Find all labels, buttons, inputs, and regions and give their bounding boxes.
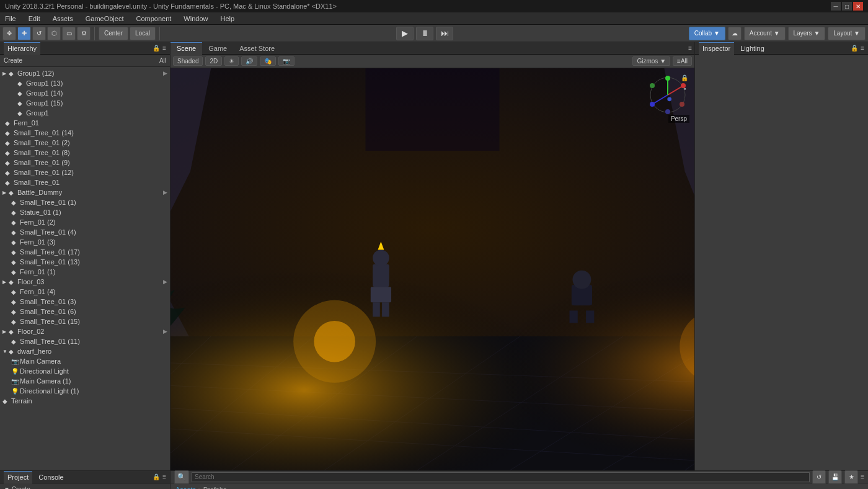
minimize-button[interactable]: ─ (831, 2, 841, 11)
list-item[interactable]: ◆ Fern_01 (1) (0, 267, 170, 277)
hierarchy-menu[interactable]: ≡ (162, 45, 166, 52)
list-item[interactable]: ◆ Fern_01 (2) (0, 217, 170, 227)
list-item[interactable]: ◆ Small_Tree_01 (3) (0, 297, 170, 307)
breadcrumb-assets[interactable]: Assets (175, 486, 196, 490)
menu-gameobject[interactable]: GameObject (83, 15, 126, 22)
account-button[interactable]: Account ▼ (744, 27, 786, 40)
list-item[interactable]: ◆ Fern_01 (0, 118, 170, 128)
scene-camera-menu[interactable]: 📷 (278, 56, 294, 66)
list-item[interactable]: ◆ Group1 (14) (0, 88, 170, 98)
list-item[interactable]: ◆ Small_Tree_01 (2) (0, 138, 170, 148)
hierarchy-create-btn[interactable]: Create (4, 57, 22, 64)
tab-asset-store[interactable]: Asset Store (233, 42, 281, 55)
inspector-lock[interactable]: 🔒 (851, 45, 858, 52)
cloud-button[interactable]: ☁ (728, 27, 742, 40)
list-item[interactable]: ◆ Small_Tree_01 (0, 177, 170, 187)
project-create-btn[interactable]: ▼ Create (4, 486, 30, 489)
list-item[interactable]: ◆ Small_Tree_01 (1) (0, 197, 170, 207)
project-menu[interactable]: ≡ (162, 473, 166, 480)
list-item[interactable]: 📷 Main Camera (1) (0, 376, 170, 386)
scene-toolbar: Shaded 2D ☀ 🔊 🎭 📷 Gizmos ▼ ≡All (170, 55, 694, 68)
tab-game[interactable]: Game (202, 42, 233, 55)
list-item[interactable]: ◆ Group1 (15) (0, 98, 170, 108)
scene-all-label[interactable]: ≡All (673, 56, 692, 66)
list-item[interactable]: 💡 Directional Light (0, 366, 170, 376)
menu-component[interactable]: Component (133, 15, 174, 22)
list-item[interactable]: ▶◆ Battle_Dummy▶ (0, 187, 170, 197)
scale-tool[interactable]: ⬡ (47, 27, 61, 40)
close-button[interactable]: ✕ (853, 2, 863, 11)
list-item[interactable]: ◆ Small_Tree_01 (13) (0, 257, 170, 267)
list-item[interactable]: ◆ Small_Tree_01 (6) (0, 307, 170, 316)
scene-panel-menu[interactable]: ≡ (686, 45, 694, 52)
pivot-local-button[interactable]: Local (130, 27, 156, 40)
menu-window[interactable]: Window (181, 15, 210, 22)
tab-console[interactable]: Console (35, 471, 67, 483)
gizmos-btn[interactable]: Gizmos ▼ (632, 56, 670, 66)
list-item[interactable]: ▶◆ Floor_03▶ (0, 277, 170, 287)
search-icon[interactable]: 🔍 (174, 470, 189, 484)
project-header: Project Console 🔒 ≡ (0, 471, 170, 483)
audio-toggle[interactable]: 🔊 (241, 56, 257, 66)
assets-save[interactable]: 💾 (828, 470, 842, 484)
assets-refresh[interactable]: ↺ (812, 470, 826, 484)
tab-lighting[interactable]: Lighting (737, 42, 768, 55)
tab-scene[interactable]: Scene (170, 42, 202, 55)
transform-tool[interactable]: ⚙ (77, 27, 91, 40)
assets-search-input[interactable] (192, 472, 810, 482)
list-item[interactable]: ◆ Fern_01 (4) (0, 287, 170, 297)
project-lock[interactable]: 🔒 (153, 473, 160, 480)
breadcrumb-prefabs[interactable]: Prefabs (203, 486, 227, 490)
hand-tool[interactable]: ✥ (2, 27, 16, 40)
pause-button[interactable]: ⏸ (416, 27, 433, 40)
scene-viewport[interactable]: 🔒 Persp (170, 68, 694, 470)
list-item[interactable]: ▶◆ Group1 (12)▶ (0, 68, 170, 78)
play-button[interactable]: ▶ (396, 27, 414, 40)
list-item[interactable]: ◆ Terrain (0, 396, 170, 406)
list-item[interactable]: ◆ Group1 (0, 108, 170, 118)
move-tool[interactable]: ✚ (17, 27, 31, 40)
list-item[interactable]: ◆ Small_Tree_01 (17) (0, 247, 170, 257)
list-item[interactable]: ◆ Small_Tree_01 (8) (0, 148, 170, 158)
svg-rect-28 (373, 264, 389, 287)
hierarchy-lock[interactable]: 🔒 (153, 45, 160, 52)
list-item[interactable]: ◆ Small_Tree_01 (9) (0, 158, 170, 168)
menu-assets[interactable]: Assets (50, 15, 76, 22)
2d-mode[interactable]: 2D (205, 56, 222, 66)
rotate-tool[interactable]: ↺ (32, 27, 46, 40)
assets-panel-menu[interactable]: ≡ (861, 473, 864, 480)
maximize-button[interactable]: □ (842, 2, 852, 11)
step-button[interactable]: ⏭ (436, 27, 453, 40)
fx-toggle[interactable]: 🎭 (260, 56, 276, 66)
list-item[interactable]: 💡 Directional Light (1) (0, 386, 170, 396)
list-item[interactable]: 📷 Main Camera (0, 356, 170, 366)
pivot-center-button[interactable]: Center (99, 27, 128, 40)
list-item[interactable]: ▼◆ dwarf_hero (0, 346, 170, 356)
list-item[interactable]: ◆ Small_Tree_01 (12) (0, 168, 170, 177)
layout-button[interactable]: Layout ▼ (828, 27, 866, 40)
assets-star[interactable]: ★ (844, 470, 858, 484)
list-item[interactable]: ◆ Small_Tree_01 (14) (0, 128, 170, 138)
tab-project[interactable]: Project (4, 471, 32, 483)
collab-button[interactable]: Collab ▼ (689, 27, 725, 40)
rect-tool[interactable]: ▭ (62, 27, 76, 40)
gizmo-widget[interactable]: 🔒 (646, 73, 689, 117)
tab-inspector[interactable]: Inspector (699, 42, 734, 55)
list-item[interactable]: ◆ Statue_01 (1) (0, 207, 170, 217)
menu-edit[interactable]: Edit (26, 15, 43, 22)
list-item[interactable]: ◆ Fern_01 (3) (0, 237, 170, 247)
lighting-toggle[interactable]: ☀ (224, 56, 239, 66)
list-item[interactable]: ▶◆ Floor_02▶ (0, 326, 170, 336)
list-item[interactable]: ◆ Small_Tree_01 (11) (0, 336, 170, 346)
lock-icon[interactable]: 🔒 (681, 74, 688, 81)
project-toolbar: ▼ Create (0, 483, 170, 489)
inspector-menu[interactable]: ≡ (861, 45, 864, 52)
menu-help[interactable]: Help (218, 15, 237, 22)
layers-button[interactable]: Layers ▼ (788, 27, 826, 40)
list-item[interactable]: ◆ Small_Tree_01 (4) (0, 227, 170, 237)
menu-file[interactable]: File (2, 15, 19, 22)
list-item[interactable]: ◆ Group1 (13) (0, 78, 170, 88)
hierarchy-tab[interactable]: Hierarchy (4, 42, 40, 55)
list-item[interactable]: ◆ Small_Tree_01 (15) (0, 316, 170, 326)
shading-mode[interactable]: Shaded (173, 56, 203, 66)
